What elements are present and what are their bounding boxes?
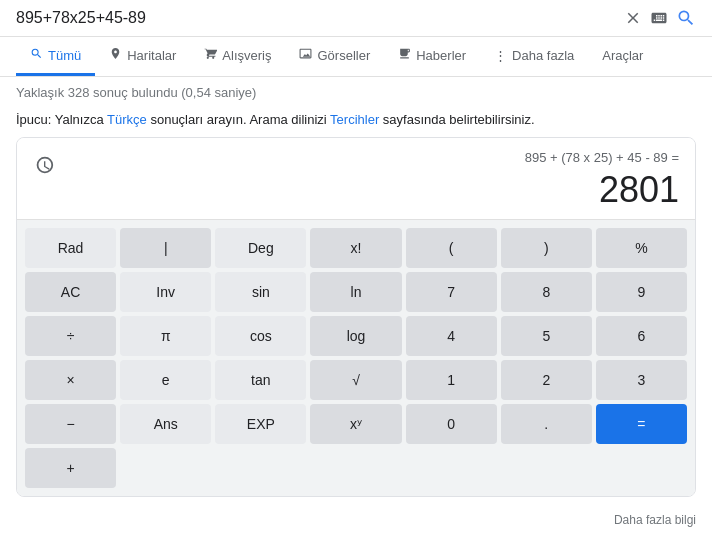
calc-result: 2801	[525, 169, 679, 211]
turkish-link[interactable]: Türkçe	[107, 112, 147, 127]
calc-btn-_[interactable]: √	[310, 360, 401, 400]
calc-buttons: Rad|Degx!()%ACInvsinln789÷πcoslog456×eta…	[17, 220, 695, 496]
images-icon	[299, 47, 312, 63]
calc-btn-_[interactable]: |	[120, 228, 211, 268]
calc-btn-cos[interactable]: cos	[215, 316, 306, 356]
calc-btn-Inv[interactable]: Inv	[120, 272, 211, 312]
keyboard-button[interactable]	[650, 9, 668, 27]
calc-btn-_[interactable]: =	[596, 404, 687, 444]
calc-btn-_[interactable]: )	[501, 228, 592, 268]
tab-images[interactable]: Görseller	[285, 37, 384, 76]
preferences-link[interactable]: Tercihler	[330, 112, 379, 127]
tab-news-label: Haberler	[416, 48, 466, 63]
calc-btn-_[interactable]: %	[596, 228, 687, 268]
maps-icon	[109, 47, 122, 63]
calc-btn-8[interactable]: 8	[501, 272, 592, 312]
tab-all[interactable]: Tümü	[16, 37, 95, 76]
calc-btn-AC[interactable]: AC	[25, 272, 116, 312]
tab-all-label: Tümü	[48, 48, 81, 63]
calc-btn-_[interactable]: (	[406, 228, 497, 268]
nav-tabs: Tümü Haritalar Alışveriş Görseller Haber…	[0, 37, 712, 77]
search-bar	[0, 0, 712, 37]
calc-btn-3[interactable]: 3	[596, 360, 687, 400]
calc-btn-tan[interactable]: tan	[215, 360, 306, 400]
tab-maps[interactable]: Haritalar	[95, 37, 190, 76]
results-info: Yaklaşık 328 sonuç bulundu (0,54 saniye)	[0, 77, 712, 108]
calc-btn-1[interactable]: 1	[406, 360, 497, 400]
calc-btn-0[interactable]: 0	[406, 404, 497, 444]
calc-btn-4[interactable]: 4	[406, 316, 497, 356]
calc-expression: 895 + (78 x 25) + 45 - 89 =	[525, 150, 679, 165]
calc-btn-e[interactable]: e	[120, 360, 211, 400]
calc-btn-_[interactable]: ÷	[25, 316, 116, 356]
more-icon: ⋮	[494, 48, 507, 63]
tab-tools-label: Araçlar	[602, 48, 643, 63]
calc-btn-Rad[interactable]: Rad	[25, 228, 116, 268]
search-icon	[30, 47, 43, 63]
tab-more-label: Daha fazla	[512, 48, 574, 63]
calc-btn-sin[interactable]: sin	[215, 272, 306, 312]
calc-btn-EXP[interactable]: EXP	[215, 404, 306, 444]
clear-button[interactable]	[624, 9, 642, 27]
calc-btn-x_[interactable]: x!	[310, 228, 401, 268]
calc-display: 895 + (78 x 25) + 45 - 89 = 2801	[17, 138, 695, 220]
calc-btn-x_[interactable]: xʸ	[310, 404, 401, 444]
tab-images-label: Görseller	[317, 48, 370, 63]
tab-more[interactable]: ⋮ Daha fazla	[480, 38, 588, 76]
history-icon[interactable]	[33, 150, 55, 181]
calc-btn-_[interactable]: .	[501, 404, 592, 444]
calculator: 895 + (78 x 25) + 45 - 89 = 2801 Rad|Deg…	[16, 137, 696, 497]
calc-btn-7[interactable]: 7	[406, 272, 497, 312]
tab-shopping-label: Alışveriş	[222, 48, 271, 63]
calc-btn-_[interactable]: ×	[25, 360, 116, 400]
tab-maps-label: Haritalar	[127, 48, 176, 63]
calc-btn-log[interactable]: log	[310, 316, 401, 356]
calc-btn-ln[interactable]: ln	[310, 272, 401, 312]
tab-news[interactable]: Haberler	[384, 37, 480, 76]
calc-btn-_[interactable]: +	[25, 448, 116, 488]
more-info: Daha fazla bilgi	[0, 509, 712, 535]
calc-btn-9[interactable]: 9	[596, 272, 687, 312]
calc-btn-6[interactable]: 6	[596, 316, 687, 356]
shopping-icon	[204, 47, 217, 63]
tab-shopping[interactable]: Alışveriş	[190, 37, 285, 76]
calc-btn-_[interactable]: π	[120, 316, 211, 356]
calc-btn-_[interactable]: −	[25, 404, 116, 444]
calc-btn-Ans[interactable]: Ans	[120, 404, 211, 444]
calc-btn-Deg[interactable]: Deg	[215, 228, 306, 268]
calc-btn-5[interactable]: 5	[501, 316, 592, 356]
search-button[interactable]	[676, 8, 696, 28]
search-input[interactable]	[16, 9, 616, 27]
tip-text: İpucu: Yalnızca Türkçe sonuçları arayın.…	[0, 108, 712, 137]
calc-btn-2[interactable]: 2	[501, 360, 592, 400]
tab-tools[interactable]: Araçlar	[588, 38, 657, 76]
news-icon	[398, 47, 411, 63]
calc-display-right: 895 + (78 x 25) + 45 - 89 = 2801	[525, 150, 679, 211]
